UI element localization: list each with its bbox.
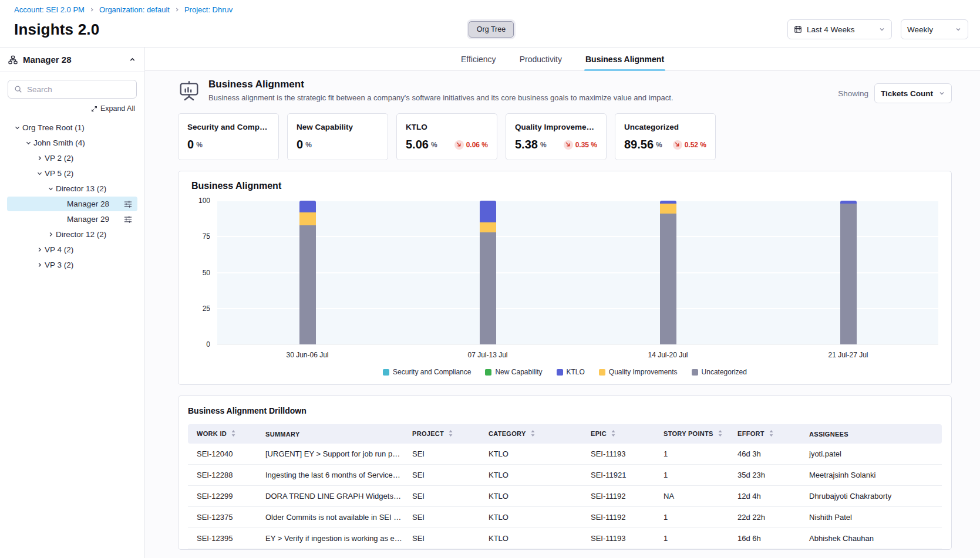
chevron-down-icon [938,90,945,97]
chevron-down-icon[interactable] [12,124,22,131]
table-row[interactable]: SEI-12395EY > Verify if ingestion is wor… [188,528,942,549]
column-header-effort[interactable]: EFFORT [733,424,804,444]
chevron-right-icon[interactable] [45,231,56,238]
date-range-dropdown[interactable]: Last 4 Weeks [787,19,892,39]
gridline [217,200,938,201]
table-row[interactable]: SEI-12288Ingesting the last 6 months of … [188,465,942,486]
tree-item-vp-4-2[interactable]: VP 4 (2) [7,242,137,257]
tree-item-director-13-2[interactable]: Director 13 (2) [7,181,137,196]
stacked-bar-21-jul-27-jul[interactable] [840,201,857,344]
tree-item-manager-28[interactable]: Manager 28 [7,197,137,211]
org-tree-button[interactable]: Org Tree [469,21,514,38]
legend-item-uncategorized[interactable]: Uncategorized [692,368,747,376]
table-cell: KTLO [484,444,586,465]
table-cell: SEI-12395 [188,528,261,549]
legend-label: KTLO [567,368,585,376]
x-tick-label: 14 Jul-20 Jul [578,351,758,359]
table-cell: SEI [408,486,484,507]
sliders-icon[interactable] [124,215,137,224]
showing-dropdown[interactable]: Tickets Count [874,83,952,103]
tree-item-label: VP 5 (2) [45,169,73,178]
table-row[interactable]: SEI-12375Older Commits is not available … [188,507,942,528]
tree-item-vp-3-2[interactable]: VP 3 (2) [7,258,137,272]
tab-efficiency[interactable]: Efficiency [460,48,497,70]
chevron-down-icon [955,26,962,33]
tree-item-vp-2-2[interactable]: VP 2 (2) [7,151,137,165]
chart-x-labels: 30 Jun-06 Jul07 Jul-13 Jul14 Jul-20 Jul2… [217,351,938,359]
breadcrumb-link-project[interactable]: Project: Dhruv [184,5,233,14]
sort-icon[interactable] [611,430,616,438]
sort-icon[interactable] [448,430,453,438]
bar-segment-uncategorized[interactable] [840,204,857,344]
table-header-row: WORK IDSUMMARYPROJECTCATEGORYEPICSTORY P… [188,424,942,444]
table-row[interactable]: SEI-12040[URGENT] EY > Support for job r… [188,444,942,465]
column-header-project[interactable]: PROJECT [408,424,484,444]
bar-segment-quality-improvements[interactable] [660,204,676,214]
column-header-epic[interactable]: EPIC [586,424,659,444]
column-header-category[interactable]: CATEGORY [484,424,586,444]
legend-item-new-capability[interactable]: New Capability [485,368,542,376]
chevron-down-icon[interactable] [23,140,33,146]
table-cell: 1 [659,444,733,465]
expand-all-button[interactable]: Expand All [0,99,144,115]
legend-item-quality-improvements[interactable]: Quality Improvements [599,368,678,376]
bar-segment-ktlo[interactable] [480,201,496,222]
tree-item-label: Manager 29 [67,215,109,224]
metric-card-title: New Capability [297,123,379,131]
metric-card-title: Uncategorized [624,123,706,131]
stacked-bar-07-jul-13-jul[interactable] [480,201,496,344]
bar-segment-uncategorized[interactable] [299,225,316,344]
sort-icon[interactable] [769,430,774,438]
sort-icon[interactable] [231,430,236,438]
chevron-up-icon[interactable] [129,56,136,63]
stacked-bar-14-jul-20-jul[interactable] [660,201,676,344]
sort-icon[interactable] [530,430,536,438]
table-cell: 1 [659,507,733,528]
bar-segment-quality-improvements[interactable] [299,212,316,225]
chevron-down-icon [878,26,885,33]
tree-item-org-tree-root-1[interactable]: Org Tree Root (1) [7,120,137,135]
metric-delta-value: 0.06 % [466,141,488,149]
tree-item-vp-5-2[interactable]: VP 5 (2) [7,166,137,181]
stacked-bar-30-jun-06-jul[interactable] [299,201,316,344]
column-header-story-points[interactable]: STORY POINTS [659,424,733,444]
bar-segment-ktlo[interactable] [299,201,316,212]
bar-segment-uncategorized[interactable] [660,214,676,344]
chevron-right-icon[interactable] [34,246,45,253]
tab-productivity[interactable]: Productivity [518,48,563,70]
bar-segment-uncategorized[interactable] [480,232,496,344]
date-range-value: Last 4 Weeks [807,25,855,34]
metric-card-value-row: 89.56%0.52 % [624,138,706,151]
org-tree-sidebar: Manager 28 Expand All Org Tree Root (1)J… [0,48,145,558]
gridline [217,272,938,273]
tab-business-alignment[interactable]: Business Alignment [584,48,665,70]
chart-y-axis: 0255075100 [191,201,214,344]
legend-item-security-and-compliance[interactable]: Security and Compliance [383,368,471,376]
bar-segment-quality-improvements[interactable] [480,222,496,232]
search-box [8,80,137,99]
tree-item-director-12-2[interactable]: Director 12 (2) [7,227,137,242]
legend-item-ktlo[interactable]: KTLO [557,368,585,376]
sliders-icon[interactable] [124,200,137,208]
chevron-right-icon[interactable] [34,155,45,161]
granularity-dropdown[interactable]: Weekly [901,19,968,39]
x-tick-label: 30 Jun-06 Jul [217,351,398,359]
sort-icon[interactable] [718,430,723,438]
chevron-right-icon[interactable] [34,262,45,268]
tree-item-manager-29[interactable]: Manager 29 [7,212,137,226]
breadcrumb-link-account[interactable]: Account: SEI 2.0 PM [14,5,85,14]
breadcrumb-link-organization[interactable]: Organization: default [99,5,170,14]
breadcrumb-separator-icon [174,7,180,12]
search-input[interactable] [27,85,130,94]
chart-plot [217,201,938,344]
table-cell: KTLO [484,528,586,549]
column-header-work-id[interactable]: WORK ID [188,424,261,444]
table-cell: SEI-11193 [586,444,659,465]
page-title: Insights 2.0 [14,21,469,39]
chevron-down-icon[interactable] [45,185,56,192]
tree-item-john-smith-4[interactable]: John Smith (4) [7,136,137,150]
metric-value: 0 [187,138,194,151]
table-row[interactable]: SEI-12299DORA TREND LINE GRAPH Widgets i… [188,486,942,507]
chevron-down-icon[interactable] [34,170,45,177]
metric-unit: % [431,141,437,149]
